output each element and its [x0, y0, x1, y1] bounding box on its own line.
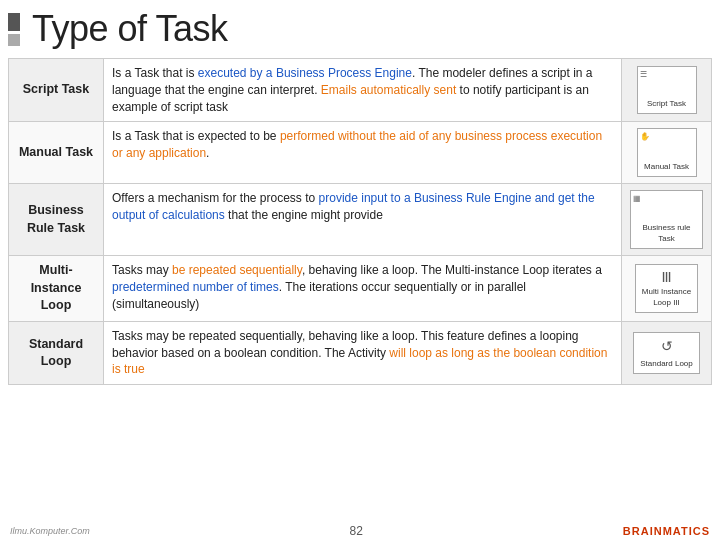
row-icon-script-task: ☰ Script Task: [622, 59, 712, 122]
row-label-multi-instance-loop: Multi-Instance Loop: [9, 256, 104, 322]
row-icon-multi-instance-loop: ||| Multi InstanceLoop III: [622, 256, 712, 322]
task-types-table: Script Task Is a Task that is executed b…: [8, 58, 712, 385]
row-desc-script-task: Is a Task that is executed by a Business…: [104, 59, 622, 122]
icon-corner-script: ☰: [640, 69, 647, 80]
footer: Ilmu.Komputer.Com 82 BRAINMATICS: [0, 522, 720, 540]
row-desc-business-rule-task: Offers a mechanism for the process to pr…: [104, 183, 622, 256]
page-title: Type of Task: [32, 8, 227, 50]
footer-page-number: 82: [350, 524, 363, 538]
footer-brand: BRAINMATICS: [623, 525, 710, 537]
row-label-script-task: Script Task: [9, 59, 104, 122]
row-icon-business-rule-task: ▦ Business rule Task: [622, 183, 712, 256]
row-icon-standard-loop: ↺ Standard Loop: [622, 321, 712, 384]
icon-corner-manual: ✋: [640, 131, 650, 142]
footer-source: Ilmu.Komputer.Com: [10, 526, 90, 536]
page-container: Type of Task Script Task Is a Task that …: [0, 0, 720, 540]
icon-manual-task: ✋ Manual Task: [637, 128, 697, 176]
row-icon-manual-task: ✋ Manual Task: [622, 122, 712, 183]
table-row: Business Rule Task Offers a mechanism fo…: [9, 183, 712, 256]
row-desc-standard-loop: Tasks may be repeated sequentially, beha…: [104, 321, 622, 384]
icon-corner-business: ▦: [633, 193, 641, 204]
table-row: Standard Loop Tasks may be repeated sequ…: [9, 321, 712, 384]
icon-multi-instance-loop: ||| Multi InstanceLoop III: [635, 264, 698, 314]
icon-standard-loop: ↺ Standard Loop: [633, 332, 700, 375]
table-row: Multi-Instance Loop Tasks may be repeate…: [9, 256, 712, 322]
row-desc-multi-instance-loop: Tasks may be repeated sequentially, beha…: [104, 256, 622, 322]
icon-multi-marker: |||: [662, 269, 671, 284]
row-label-manual-task: Manual Task: [9, 122, 104, 183]
icon-business-rule-task: ▦ Business rule Task: [630, 190, 703, 250]
icon-script-task: ☰ Script Task: [637, 66, 697, 114]
header-bar-bottom: [8, 34, 20, 46]
table-container: Script Task Is a Task that is executed b…: [0, 58, 720, 522]
loop-arrow-icon: ↺: [661, 337, 673, 357]
table-row: Manual Task Is a Task that is expected t…: [9, 122, 712, 183]
row-label-standard-loop: Standard Loop: [9, 321, 104, 384]
header-accent-bar: [8, 13, 20, 46]
header: Type of Task: [0, 0, 720, 58]
header-bar-top: [8, 13, 20, 31]
row-desc-manual-task: Is a Task that is expected to be perform…: [104, 122, 622, 183]
table-row: Script Task Is a Task that is executed b…: [9, 59, 712, 122]
row-label-business-rule-task: Business Rule Task: [9, 183, 104, 256]
